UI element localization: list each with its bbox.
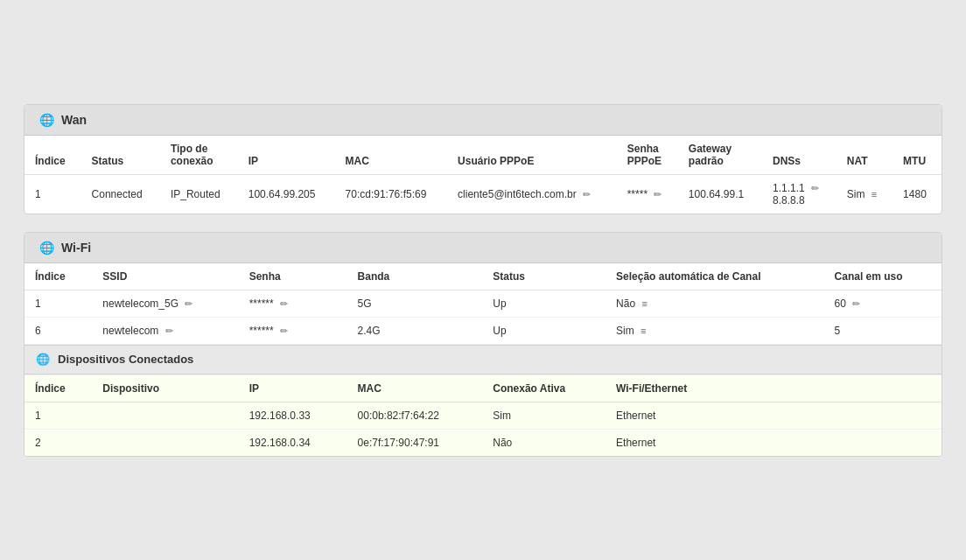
dev-col-conexao: Conexão Ativa: [482, 374, 606, 402]
wan-col-senha: SenhaPPPoE: [617, 136, 678, 175]
wifi-row1-banda: 5G: [347, 290, 483, 317]
dev-row2-ip: 192.168.0.34: [239, 429, 347, 456]
wan-col-indice: Índice: [24, 136, 81, 175]
device-row-2: 2 192.168.0.34 0e:7f:17:90:47:91 Não Eth…: [24, 429, 942, 456]
wifi-edit-canal1[interactable]: ✏: [852, 298, 860, 309]
wan-edit-senha[interactable]: ✏: [654, 189, 662, 200]
dev-row1-mac: 00:0b:82:f7:64:22: [347, 402, 483, 429]
wan-col-ip: IP: [238, 136, 335, 175]
wifi-row1-selecao: Não ≡: [606, 290, 823, 317]
wifi-row1-canal: 60 ✏: [824, 290, 942, 317]
wifi-edit-ssid2[interactable]: ✏: [165, 326, 173, 336]
dev-col-wifiethernet: Wi-Fi/Ethernet: [606, 374, 942, 402]
wifi-col-ssid: SSID: [92, 263, 238, 290]
devices-subheader-row: 🌐 Dispositivos Conectados: [24, 344, 942, 374]
wifi-row2-ssid: newtelecom ✏: [92, 317, 238, 344]
dev-row1-wifiethernet: Ethernet: [606, 402, 942, 429]
wan-col-dnss: DNSs: [762, 136, 836, 175]
wifi-edit-senha1[interactable]: ✏: [280, 298, 288, 309]
wifi-col-selecao: Seleção automática de Canal: [606, 263, 823, 290]
wan-edit-usuario[interactable]: ✏: [583, 189, 591, 200]
wan-col-usuario: Usuário PPPoE: [447, 136, 617, 175]
devices-subheader: 🌐 Dispositivos Conectados: [24, 345, 942, 374]
wan-row1-gateway: 100.64.99.1: [678, 174, 762, 214]
wan-row1-senha: ***** ✏: [617, 174, 678, 214]
wifi-table: Índice SSID Senha Banda Status Seleção a…: [24, 263, 942, 456]
dev-col-indice: Índice: [24, 374, 92, 402]
wifi-edit-senha2[interactable]: ✏: [280, 326, 288, 336]
wan-row1-mtu: 1480: [892, 174, 942, 214]
wan-col-status: Status: [81, 136, 160, 175]
wan-col-nat: NAT: [836, 136, 892, 175]
wan-row1-tipo: IP_Routed: [160, 174, 238, 214]
wan-table: Índice Status Tipo deconexão IP MAC Usuá…: [24, 136, 942, 214]
wifi-lines-selecao2[interactable]: ≡: [640, 326, 646, 336]
dev-row1-indice: 1: [24, 402, 92, 429]
wan-col-gateway: Gatewaypadrão: [678, 136, 762, 175]
wifi-row2-indice: 6: [24, 317, 92, 344]
dev-row2-dispositivo: [92, 429, 238, 456]
devices-globe-icon: 🌐: [35, 352, 51, 368]
wan-col-tipo: Tipo deconexão: [160, 136, 238, 175]
wan-edit-dns[interactable]: ✏: [811, 183, 819, 193]
wifi-row2-senha: ****** ✏: [239, 317, 347, 344]
dev-row1-conexao: Sim: [482, 402, 606, 429]
wifi-row1-indice: 1: [24, 290, 92, 317]
wan-col-mac: MAC: [335, 136, 447, 175]
dev-col-dispositivo: Dispositivo: [92, 374, 238, 402]
dev-row1-ip: 192.168.0.33: [239, 402, 347, 429]
wan-row1-status: Connected: [81, 174, 160, 214]
wifi-header: 🌐 Wi-Fi: [24, 233, 942, 263]
wifi-row2-selecao: Sim ≡: [606, 317, 823, 344]
wan-row1-mac: 70:cd:91:76:f5:69: [335, 174, 447, 214]
dev-row2-conexao: Não: [482, 429, 606, 456]
wifi-row2-status: Up: [482, 317, 606, 344]
wan-col-mtu: MTU: [892, 136, 942, 175]
dev-row1-dispositivo: [92, 402, 238, 429]
wifi-row1-senha: ****** ✏: [239, 290, 347, 317]
wifi-col-canal: Canal em uso: [824, 263, 942, 290]
wan-row-1: 1 Connected IP_Routed 100.64.99.205 70:c…: [24, 174, 942, 214]
wifi-title: Wi-Fi: [61, 241, 91, 255]
wan-row1-usuario: cliente5@int6tech.com.br ✏: [447, 174, 617, 214]
wan-row1-ip: 100.64.99.205: [238, 174, 335, 214]
wifi-edit-ssid1[interactable]: ✏: [185, 298, 192, 309]
wifi-col-banda: Banda: [347, 263, 483, 290]
wan-row1-dns: 1.1.1.1 ✏ 8.8.8.8: [762, 174, 836, 214]
wifi-row1-status: Up: [482, 290, 606, 317]
wifi-row2-banda: 2.4G: [347, 317, 483, 344]
wifi-row1-ssid: newtelecom_5G ✏: [92, 290, 238, 317]
dev-row2-mac: 0e:7f:17:90:47:91: [347, 429, 483, 456]
wan-section: 🌐 Wan Índice Status Tipo deconexão IP MA…: [24, 104, 942, 214]
wifi-section: 🌐 Wi-Fi Índice SSID Senha Banda Status S…: [24, 232, 942, 457]
wan-globe-icon: 🌐: [38, 112, 54, 128]
wan-lines-nat[interactable]: ≡: [872, 189, 877, 200]
wifi-lines-selecao1[interactable]: ≡: [641, 298, 647, 309]
wifi-row2-canal: 5: [824, 317, 942, 344]
wifi-globe-icon: 🌐: [38, 240, 54, 256]
devices-title: Dispositivos Conectados: [58, 353, 193, 366]
device-row-1: 1 192.168.0.33 00:0b:82:f7:64:22 Sim Eth…: [24, 402, 942, 429]
dev-col-ip: IP: [239, 374, 347, 402]
wifi-col-senha: Senha: [239, 263, 347, 290]
wan-row1-indice: 1: [24, 174, 81, 214]
wan-header: 🌐 Wan: [24, 105, 942, 136]
wan-title: Wan: [61, 113, 87, 127]
wifi-row-1: 1 newtelecom_5G ✏ ****** ✏ 5G Up Não ≡: [24, 290, 942, 317]
wifi-col-status: Status: [482, 263, 606, 290]
devices-headers-row: Índice Dispositivo IP MAC Conexão Ativa …: [24, 374, 942, 402]
wan-row1-nat: Sim ≡: [836, 174, 892, 214]
wifi-row-2: 6 newtelecom ✏ ****** ✏ 2.4G Up Sim ≡: [24, 317, 942, 344]
dev-row2-wifiethernet: Ethernet: [606, 429, 942, 456]
dev-row2-indice: 2: [24, 429, 92, 456]
page-container: 🌐 Wan Índice Status Tipo deconexão IP MA…: [24, 87, 942, 474]
wifi-col-indice: Índice: [24, 263, 92, 290]
dev-col-mac: MAC: [347, 374, 483, 402]
